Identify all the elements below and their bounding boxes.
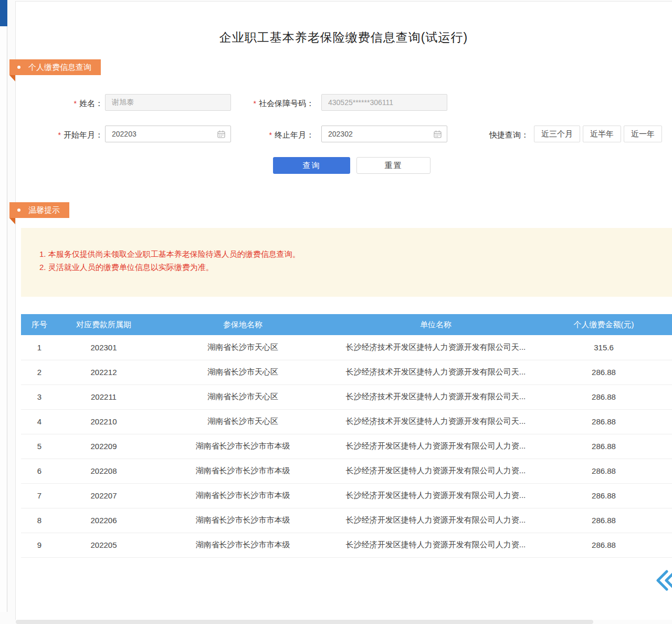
table-cell: 3 [21,384,58,409]
horizontal-scrollbar[interactable] [16,620,593,624]
table-cell: 202211 [58,384,150,409]
table-header-row: 序号 对应费款所属期 参保地名称 单位名称 个人缴费金额(元) [21,314,672,335]
table-cell: 286.88 [536,483,672,508]
table-cell: 202205 [58,533,150,557]
end-month-label: *终止年月： [210,130,314,140]
table-cell: 8 [21,508,58,533]
calendar-icon[interactable] [434,130,442,138]
table-cell: 长沙经济技术开发区捷特人力资源开发有限公司天... [336,409,536,434]
column-header-employer: 单位名称 [336,314,536,335]
table-row: 9202205湖南省长沙市长沙市市本级长沙经济开发区捷特人力资源开发有限公司人力… [21,533,672,557]
table-cell: 湖南省长沙市天心区 [150,409,336,434]
table-cell: 202206 [58,508,150,533]
table-cell: 湖南省长沙市长沙市市本级 [150,533,336,557]
query-button[interactable]: 查询 [273,157,350,174]
table-cell: 湖南省长沙市长沙市市本级 [150,459,336,483]
end-month-input[interactable] [328,130,434,138]
column-header-insured-place: 参保地名称 [150,314,336,335]
badge-bullet-icon [17,66,20,69]
table-cell: 286.88 [536,533,672,557]
table-cell: 286.88 [536,409,672,434]
quick-option-1[interactable]: 近半年 [583,126,621,142]
table-cell: 4 [21,409,58,434]
table-cell: 286.88 [536,384,672,409]
column-header-period: 对应费款所属期 [58,314,150,335]
table-row: 6202208湖南省长沙市长沙市市本级长沙经济开发区捷特人力资源开发有限公司人力… [21,459,672,483]
table-cell: 长沙经济开发区捷特人力资源开发有限公司人力资... [336,459,536,483]
section-badge-tips: 温馨提示 [9,202,69,218]
name-label: *姓名： [32,99,103,109]
required-asterisk: * [269,131,272,139]
table-cell: 7 [21,483,58,508]
required-asterisk: * [74,99,77,108]
table-cell: 315.6 [536,335,672,360]
payment-records-table: 序号 对应费款所属期 参保地名称 单位名称 个人缴费金额(元) 1202301湖… [21,314,672,558]
badge-fold-decoration [9,75,15,81]
table-cell: 湖南省长沙市天心区 [150,384,336,409]
table-cell: 202208 [58,459,150,483]
table-cell: 9 [21,533,58,557]
table-row: 8202206湖南省长沙市长沙市市本级长沙经济开发区捷特人力资源开发有限公司人力… [21,508,672,533]
required-asterisk: * [254,99,256,108]
notice-box: 1. 本服务仅提供尚未领取企业职工基本养老保险待遇人员的缴费信息查询。 2. 灵… [21,228,672,297]
table-row: 1202301湖南省长沙市天心区长沙经济技术开发区捷特人力资源开发有限公司天..… [21,335,672,360]
table-cell: 5 [21,434,58,459]
table-cell: 湖南省长沙市长沙市市本级 [150,483,336,508]
table-cell: 长沙经济开发区捷特人力资源开发有限公司人力资... [336,508,536,533]
reset-button[interactable]: 重置 [356,157,430,174]
notice-line: 1. 本服务仅提供尚未领取企业职工基本养老保险待遇人员的缴费信息查询。 [39,247,662,261]
table-cell: 湖南省长沙市天心区 [150,335,336,360]
table-cell: 长沙经济技术开发区捷特人力资源开发有限公司天... [336,360,536,384]
column-header-index: 序号 [21,314,58,335]
table-row: 2202212湖南省长沙市天心区长沙经济技术开发区捷特人力资源开发有限公司天..… [21,360,672,384]
ssn-input[interactable] [321,94,447,111]
table-cell: 286.88 [536,434,672,459]
start-month-label: *开始年月： [32,130,103,140]
table-cell: 286.88 [536,459,672,483]
quick-option-0[interactable]: 近三个月 [534,126,580,142]
table-cell: 202212 [58,360,150,384]
table-cell: 长沙经济技术开发区捷特人力资源开发有限公司天... [336,384,536,409]
ssn-label: *社会保障号码： [210,99,314,109]
badge-fold-decoration [9,218,15,224]
notice-line: 2. 灵活就业人员的缴费单位信息以实际缴费为准。 [39,261,662,274]
table-cell: 202301 [58,335,150,360]
table-cell: 湖南省长沙市长沙市市本级 [150,508,336,533]
table-cell: 286.88 [536,360,672,384]
sidebar-blue-tab[interactable] [0,0,7,26]
badge-bullet-icon [17,209,20,212]
quick-query-label: 快捷查询： [489,130,533,140]
quick-query-button-group: 近三个月近半年近一年 [534,126,662,142]
table-cell: 长沙经济技术开发区捷特人力资源开发有限公司天... [336,335,536,360]
table-cell: 6 [21,459,58,483]
table-row: 5202209湖南省长沙市长沙市市本级长沙经济开发区捷特人力资源开发有限公司人力… [21,434,672,459]
quick-option-2[interactable]: 近一年 [624,126,662,142]
table-cell: 202209 [58,434,150,459]
required-asterisk: * [58,131,61,139]
table-row: 4202210湖南省长沙市天心区长沙经济技术开发区捷特人力资源开发有限公司天..… [21,409,672,434]
column-header-amount: 个人缴费金额(元) [536,314,672,335]
section-badge-label: 个人缴费信息查询 [28,63,91,72]
start-month-input[interactable] [112,130,217,138]
double-chevron-left-icon[interactable] [654,569,672,592]
table-cell: 长沙经济开发区捷特人力资源开发有限公司人力资... [336,533,536,557]
left-sidebar-strip [0,0,7,612]
table-cell: 湖南省长沙市长沙市市本级 [150,434,336,459]
table-cell: 湖南省长沙市天心区 [150,360,336,384]
table-cell: 202210 [58,409,150,434]
table-cell: 长沙经济开发区捷特人力资源开发有限公司人力资... [336,434,536,459]
table-cell: 202207 [58,483,150,508]
table-cell: 2 [21,360,58,384]
section-badge-label: 温馨提示 [28,205,60,215]
pension-query-page: 企业职工基本养老保险缴费信息查询(试运行) 个人缴费信息查询 *姓名： *社会保… [0,0,672,624]
table-row: 3202211湖南省长沙市天心区长沙经济技术开发区捷特人力资源开发有限公司天..… [21,384,672,409]
table-row: 7202207湖南省长沙市长沙市市本级长沙经济开发区捷特人力资源开发有限公司人力… [21,483,672,508]
table-cell: 1 [21,335,58,360]
end-month-picker[interactable] [321,126,447,142]
page-title: 企业职工基本养老保险缴费信息查询(试运行) [15,29,672,46]
table-cell: 286.88 [536,508,672,533]
table-cell: 长沙经济开发区捷特人力资源开发有限公司人力资... [336,483,536,508]
section-badge-personal-payment-query: 个人缴费信息查询 [9,59,101,75]
